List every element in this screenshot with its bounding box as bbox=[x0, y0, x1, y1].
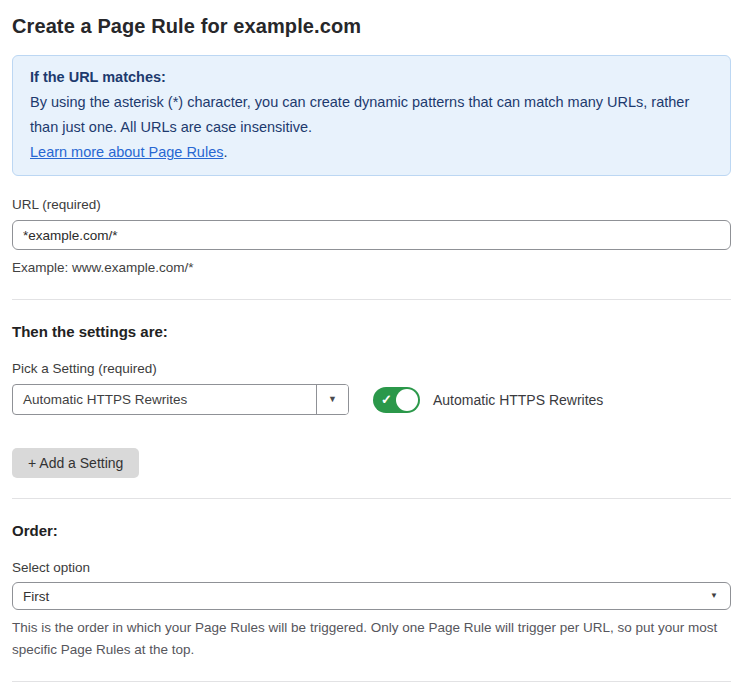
url-match-info-box: If the URL matches: By using the asteris… bbox=[12, 55, 731, 176]
page-title: Create a Page Rule for example.com bbox=[12, 15, 731, 38]
section-divider bbox=[12, 299, 731, 300]
url-input[interactable] bbox=[12, 220, 731, 250]
toggle-knob bbox=[396, 389, 418, 411]
order-section-heading: Order: bbox=[12, 522, 731, 539]
chevron-down-icon: ▼ bbox=[710, 592, 718, 600]
info-box-heading: If the URL matches: bbox=[30, 65, 713, 90]
url-field-helper: Example: www.example.com/* bbox=[12, 257, 731, 279]
setting-picker-label: Pick a Setting (required) bbox=[12, 361, 731, 376]
url-field-label: URL (required) bbox=[12, 197, 731, 212]
setting-dropdown-arrow-button[interactable]: ▼ bbox=[316, 385, 348, 414]
order-select-label: Select option bbox=[12, 560, 731, 575]
section-divider bbox=[12, 498, 731, 499]
footer-divider bbox=[12, 681, 731, 682]
setting-toggle-label: Automatic HTTPS Rewrites bbox=[433, 392, 603, 408]
info-box-body: By using the asterisk (*) character, you… bbox=[30, 90, 713, 140]
check-icon: ✓ bbox=[381, 391, 392, 406]
settings-section-heading: Then the settings are: bbox=[12, 323, 731, 340]
setting-toggle[interactable]: ✓ bbox=[373, 387, 420, 413]
order-helper-text: This is the order in which your Page Rul… bbox=[12, 617, 731, 661]
chevron-down-icon: ▼ bbox=[328, 395, 337, 404]
info-box-link-line: Learn more about Page Rules. bbox=[30, 140, 713, 165]
add-setting-button[interactable]: + Add a Setting bbox=[12, 448, 139, 478]
learn-more-link[interactable]: Learn more about Page Rules bbox=[30, 144, 223, 160]
create-page-rule-form: Create a Page Rule for example.com If th… bbox=[0, 0, 743, 686]
setting-dropdown-value: Automatic HTTPS Rewrites bbox=[13, 385, 316, 414]
setting-dropdown[interactable]: Automatic HTTPS Rewrites ▼ bbox=[12, 384, 349, 415]
order-select-value: First bbox=[23, 589, 49, 604]
setting-row: Automatic HTTPS Rewrites ▼ ✓ Automatic H… bbox=[12, 384, 731, 415]
link-suffix: . bbox=[223, 144, 227, 160]
order-select[interactable]: First ▼ bbox=[12, 582, 731, 610]
